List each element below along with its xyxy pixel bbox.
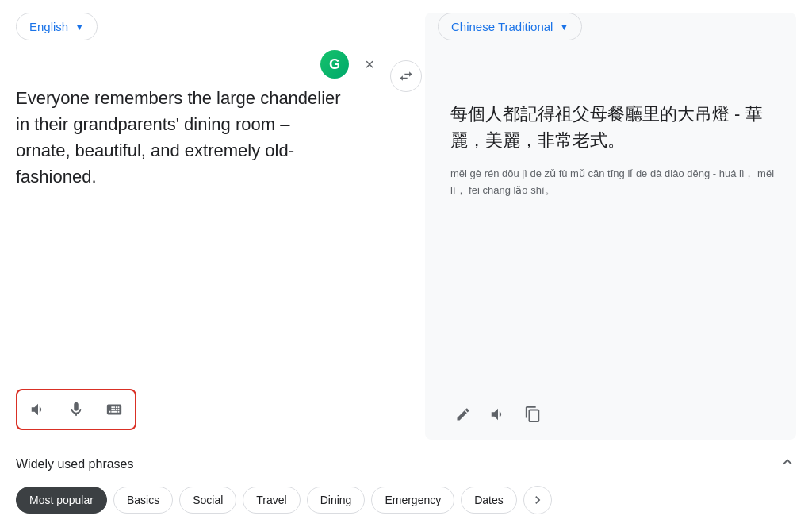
phrase-tab-most-popular[interactable]: Most popular	[16, 487, 107, 514]
swap-languages-button[interactable]	[390, 60, 422, 92]
microphone-button[interactable]	[60, 394, 92, 425]
romanization-text: měi gè rén dōu jì de zǔ fù mǔ cān tīng l…	[438, 153, 796, 199]
target-language-selector[interactable]: Chinese Traditional ▼	[438, 13, 582, 40]
bottom-section: Widely used phrases Most popularBasicsSo…	[0, 440, 812, 527]
grammarly-icon: G	[320, 50, 349, 79]
phrase-tab-basics[interactable]: Basics	[113, 487, 173, 514]
source-language-chevron: ▼	[75, 21, 84, 33]
target-language-label: Chinese Traditional	[451, 20, 553, 33]
phrase-tab-emergency[interactable]: Emergency	[371, 487, 454, 514]
phrases-title: Widely used phrases	[16, 457, 134, 471]
listen-button[interactable]	[22, 394, 54, 425]
target-language-chevron: ▼	[559, 21, 569, 33]
translation-text: 每個人都記得祖父母餐廳里的大吊燈 - 華麗，美麗，非常老式。	[438, 88, 796, 153]
phrase-tab-social[interactable]: Social	[179, 487, 236, 514]
edit-translation-button[interactable]	[447, 398, 479, 430]
keyboard-button[interactable]	[98, 394, 130, 425]
source-language-selector[interactable]: English ▼	[16, 13, 98, 40]
phrase-tab-dining[interactable]: Dining	[307, 487, 366, 514]
copy-translation-button[interactable]	[517, 398, 549, 430]
phrases-header: Widely used phrases	[16, 453, 796, 475]
source-text[interactable]: Everyone remembers the large chandelier …	[16, 50, 374, 190]
left-panel: English ▼ G × Everyone remembers the lar…	[16, 13, 387, 440]
source-language-label: English	[29, 20, 68, 33]
source-toolbar-highlighted	[16, 389, 136, 430]
target-toolbar	[438, 392, 796, 440]
source-input-area: G × Everyone remembers the large chandel…	[16, 50, 374, 383]
listen-translation-button[interactable]	[482, 398, 514, 430]
phrase-tab-dates[interactable]: Dates	[461, 487, 517, 514]
phrase-tab-travel[interactable]: Travel	[243, 487, 300, 514]
divider-container	[387, 13, 425, 440]
more-tabs-button[interactable]	[523, 486, 552, 514]
phrases-tabs: Most popularBasicsSocialTravelDiningEmer…	[16, 486, 796, 514]
source-toolbar	[16, 383, 374, 440]
right-panel: Chinese Traditional ▼ 每個人都記得祖父母餐廳里的大吊燈 -…	[425, 13, 796, 440]
collapse-button[interactable]	[779, 453, 796, 475]
clear-input-button[interactable]: ×	[365, 56, 374, 72]
